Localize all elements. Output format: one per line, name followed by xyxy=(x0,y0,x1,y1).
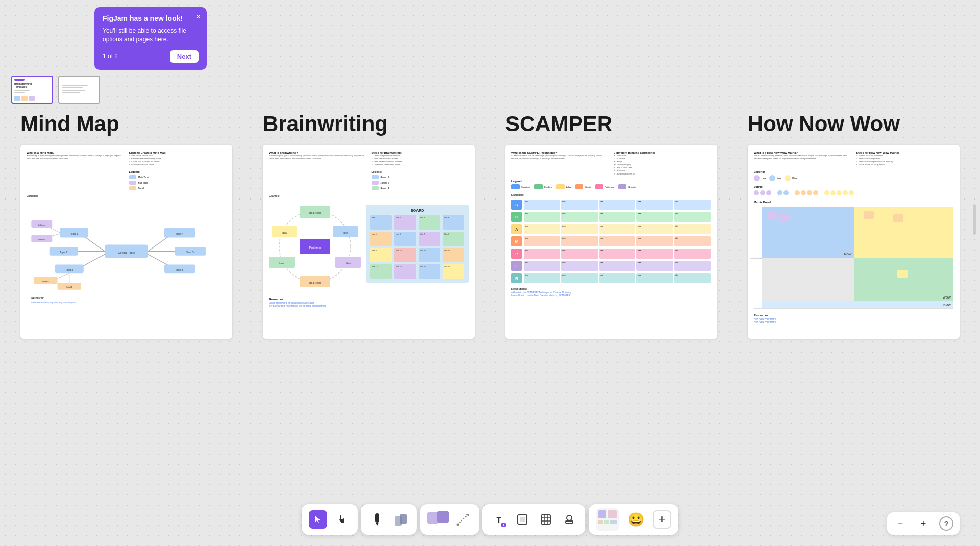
svg-text:Central Topic: Central Topic xyxy=(118,251,135,254)
hnw-what-text: This is a brainstorming exercise, How-No… xyxy=(754,154,851,160)
page-thumbnails: BrainstormingTemplates xyxy=(11,76,100,104)
add-button[interactable]: + xyxy=(653,510,671,529)
mind-map-title: Mind Map xyxy=(20,112,232,136)
svg-text:Subtopic: Subtopic xyxy=(38,224,46,226)
templates-button[interactable] xyxy=(596,508,619,531)
svg-marker-50 xyxy=(376,523,379,526)
zoom-controls: − + ? xyxy=(887,512,960,535)
table-button[interactable] xyxy=(536,510,555,529)
toolbar: T + xyxy=(302,504,678,535)
brainwriting-example-label: Example: xyxy=(269,194,469,197)
svg-rect-65 xyxy=(598,510,606,518)
scamper-title: SCAMPER xyxy=(505,112,717,136)
svg-text:Detail A: Detail A xyxy=(42,281,49,283)
zoom-out-button[interactable]: − xyxy=(893,516,908,531)
svg-text:Detail B: Detail B xyxy=(66,286,73,288)
svg-rect-69 xyxy=(610,520,617,524)
brainwriting-title: Brainwriting xyxy=(263,112,475,136)
frame-button[interactable] xyxy=(513,510,531,529)
mind-map-diagram: Central Topic Topic 1 Topic 2 Topic 3 To… xyxy=(27,200,226,304)
sticky-note-button[interactable] xyxy=(427,510,449,529)
tooltip-title: FigJam has a new look! xyxy=(103,14,199,22)
hnw-legend-label: Legend: xyxy=(754,170,953,173)
svg-rect-56 xyxy=(518,515,527,524)
select-tool-button[interactable] xyxy=(309,510,327,529)
text-tool-button[interactable]: T + xyxy=(489,510,508,529)
mind-map-card: What is a Mind Map? A mind map is a visu… xyxy=(20,145,232,339)
svg-text:Idea: Idea xyxy=(346,262,351,265)
tooltip-next-button[interactable]: Next xyxy=(170,50,199,63)
svg-text:Idea: Idea xyxy=(282,231,287,234)
svg-rect-53 xyxy=(427,512,438,524)
tooltip-popup: × FigJam has a new look! You'll still be… xyxy=(94,7,207,70)
svg-rect-57 xyxy=(520,517,525,522)
svg-text:Topic 5: Topic 5 xyxy=(186,251,194,254)
svg-text:Topic 1: Topic 1 xyxy=(70,233,78,235)
toolbar-group-templates: 😀 + xyxy=(589,504,678,535)
shapes-tool-button[interactable] xyxy=(391,510,410,529)
toolbar-group-insert: T + xyxy=(482,504,585,535)
scamper-what-text: SCAMPER refers to a set of thought-provo… xyxy=(511,154,609,160)
emoji-button[interactable]: 😀 xyxy=(624,508,648,531)
scamper-example-label: Examples: xyxy=(511,193,711,196)
mind-map-steps-text: 1. Start with a central idea 2. Add main… xyxy=(129,154,227,166)
hnw-steps-text: 1. Post all ideas on the matrix 2. Rate … xyxy=(856,154,954,166)
svg-text:Idea: Idea xyxy=(343,231,348,234)
svg-text:Topic 2: Topic 2 xyxy=(60,251,67,254)
brainwriting-steps-text: 1. Define the problem statement 2. Each … xyxy=(372,154,469,166)
scamper-resources-label: Resources: xyxy=(511,287,711,290)
hnw-resources-label: Resources: xyxy=(754,314,953,317)
brainwriting-what-text: Brainwriting is a group brainstorming te… xyxy=(269,154,366,160)
svg-text:Idea Node: Idea Node xyxy=(309,281,321,284)
toolbar-group-move xyxy=(302,504,358,535)
brainwriting-legend-label: Legend: xyxy=(372,170,469,173)
stamp-button[interactable] xyxy=(560,510,578,529)
scamper-approaches-text: S - Substitute C - Combine A - Adapt M -… xyxy=(614,154,712,176)
toolbar-group-draw xyxy=(361,504,417,535)
page-thumb-2[interactable] xyxy=(58,76,100,104)
how-now-wow-title: How Now Wow xyxy=(748,112,960,136)
help-button[interactable]: ? xyxy=(939,516,953,531)
svg-text:Idea: Idea xyxy=(279,262,284,265)
pen-tool-button[interactable] xyxy=(368,510,386,529)
svg-rect-52 xyxy=(400,514,407,524)
tooltip-counter: 1 of 2 xyxy=(103,53,118,60)
scamper-card: What is the SCAMPER technique? SCAMPER r… xyxy=(505,145,717,339)
svg-text:Lucidchart Mind Map blog, mind: Lucidchart Mind Map blog, mind map templ… xyxy=(31,302,75,304)
svg-text:Problem: Problem xyxy=(309,246,321,249)
section-mind-map: Mind Map What is a Mind Map? A mind map … xyxy=(20,112,232,339)
mind-map-example-label: Example: xyxy=(27,194,226,197)
svg-text:Topic 6: Topic 6 xyxy=(176,269,183,271)
how-now-wow-card: What is a How Now Wow Matrix? This is a … xyxy=(748,145,960,339)
svg-rect-67 xyxy=(604,520,609,524)
hnw-matrix-label: Matrix Board: xyxy=(754,201,953,204)
scroll-indicator[interactable] xyxy=(973,204,976,235)
svg-rect-54 xyxy=(437,511,449,523)
section-brainwriting: Brainwriting What is Brainwriting? Brain… xyxy=(263,112,475,339)
section-how-now-wow: How Now Wow What is a How Now Wow Matrix… xyxy=(748,112,960,339)
brainwriting-board: BOARD Idea 1 Idea 2 Idea 3 Idea 4 Idea 5… xyxy=(366,205,469,283)
toolbar-group-sticky xyxy=(420,504,479,535)
zoom-divider-2 xyxy=(935,518,935,529)
svg-text:Resources:: Resources: xyxy=(31,297,44,300)
zoom-divider xyxy=(912,518,912,529)
hnw-voting-label: Voting: xyxy=(754,185,953,188)
brainwriting-circle-diagram: Idea Node Idea Idea Idea Node Idea Idea xyxy=(269,201,361,292)
svg-text:Topic 3: Topic 3 xyxy=(65,269,73,271)
svg-point-55 xyxy=(457,524,459,526)
svg-text:Subtopic: Subtopic xyxy=(38,239,46,241)
hand-tool-button[interactable] xyxy=(332,510,351,529)
svg-text:Idea Node: Idea Node xyxy=(309,211,321,214)
svg-rect-51 xyxy=(395,516,402,526)
zoom-in-button[interactable]: + xyxy=(916,516,930,531)
mind-map-legend-label: Legend: xyxy=(129,170,227,173)
page-thumb-1[interactable]: BrainstormingTemplates xyxy=(11,76,53,104)
svg-rect-64 xyxy=(566,521,573,523)
connector-button[interactable] xyxy=(454,510,472,529)
svg-rect-66 xyxy=(598,520,603,524)
svg-rect-58 xyxy=(541,515,550,524)
tooltip-close-button[interactable]: × xyxy=(196,12,201,21)
canvas-area: Mind Map What is a Mind Map? A mind map … xyxy=(0,112,980,485)
svg-text:Topic 4: Topic 4 xyxy=(176,233,183,235)
brainwriting-card: What is Brainwriting? Brainwriting is a … xyxy=(263,145,475,339)
